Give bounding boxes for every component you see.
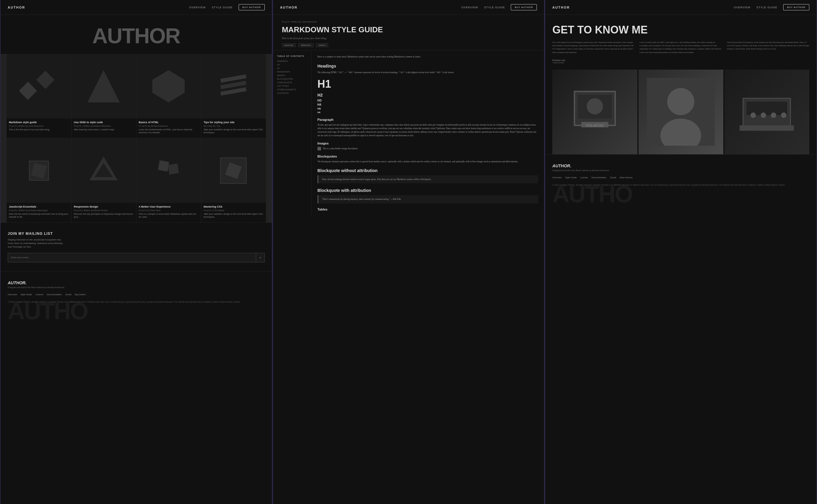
toc-item-5[interactable]: BLOCKQUOTES [277,78,307,80]
toc-item-3[interactable]: PARAGRAPH [277,71,307,73]
nav-styleguide-2[interactable]: STYLE GUIDE [484,6,505,9]
blog-card-2[interactable]: Basics of HTML Fri Jul 01 by Michael And… [136,54,201,138]
toc-item-2[interactable]: H3 [277,67,307,69]
svg-text:POLAROID: POLAROID [586,124,603,127]
headings-desc: The following HTML "<h1>" — "<h6>" eleme… [318,71,538,74]
footer-desc-1: Designed and built in the Åland Islands … [8,286,265,288]
bq-no-attr-title: Blockquote without attribution [318,168,538,173]
footer-link-0[interactable]: Overview [8,293,17,296]
nav-overview-2[interactable]: OVERVIEW [462,6,478,9]
toc-item-9[interactable]: FOOTNOTE [277,92,307,94]
email-input-1[interactable] [8,254,256,261]
screen-about: AUTHOR OVERVIEW STYLE GUIDE BUY AUTHOR G… [544,0,817,504]
h2-example: H2 [318,93,538,97]
card-title-7: Mastering CSS [201,205,266,209]
svg-rect-11 [158,160,169,171]
navbar-3: AUTHOR OVERVIEW STYLE GUIDE BUY AUTHOR [545,0,816,15]
card-meta-6: Fri jul 01 by Paulo Silva [136,209,201,213]
navbar-1: AUTHOR OVERVIEW STYLE GUIDE BUY AUTHOR [1,0,272,15]
footer-brand-3: AUTHOR. [552,163,809,168]
svg-point-21 [667,88,695,115]
tag-2[interactable]: tailwind [316,43,328,47]
footer-link-4[interactable]: Social [65,293,71,296]
toc-sidebar: TABLE OF CONTENTS HEADINGS H2 H3 PARAGRA… [273,50,312,218]
footer-link-3-4[interactable]: Social [610,176,616,179]
blockquote-no-attr: Tiam, ad mint andaegu denstae ination se… [318,175,538,183]
tables-title: Tables [318,208,538,211]
footer-link-3-0[interactable]: Overview [552,176,561,179]
toc-item-1[interactable]: H2 [277,64,307,66]
images-text: This is a placeholder image description. [318,147,538,150]
nav-styleguide-1[interactable]: STYLE GUIDE [212,6,233,9]
card-meta-4: Fri jul 01 | Written by Nicholas Washing… [7,209,71,213]
toc-title: TABLE OF CONTENTS [277,55,307,57]
nav-brand-2: AUTHOR [280,6,298,9]
bq-with-attr-title: Blockquote with attribution [318,188,538,193]
card-thumb-0 [7,54,71,118]
nav-styleguide-3[interactable]: STYLE GUIDE [757,6,778,9]
blog-card-7[interactable]: Mastering CSS Fri jul 01 | CSS Master Ta… [201,138,266,222]
svg-rect-1 [36,70,55,89]
footer-link-3-2[interactable]: License [580,176,588,179]
footer-link-3[interactable]: Documentation [47,293,62,296]
nav-overview-3[interactable]: OVERVIEW [734,6,750,9]
nav-brand-1: AUTHOR [8,6,25,9]
blog-card-3[interactable]: Tips for styling your site Mon May 09 | … [201,54,266,138]
email-submit-1[interactable]: › [256,253,265,262]
blog-card-6[interactable]: A Better User Experience Fri jul 01 by P… [136,138,201,222]
footer-link-5[interactable]: Buy Author [75,293,86,296]
blog-card-0[interactable]: Markdown style guide Fri jul 01 | Writte… [7,54,71,138]
toc-item-4[interactable]: IMAGES [277,74,307,76]
nav-links-2: OVERVIEW STYLE GUIDE BUY AUTHOR [462,4,537,10]
blog-card-1[interactable]: Use Shiki to style code Fri jul 01 | Wri… [71,54,136,138]
article-subtitle: This is the first post of my new Astro b… [282,37,535,40]
article-layout: TABLE OF CONTENTS HEADINGS H2 H3 PARAGRA… [273,50,544,218]
footer-watermark-1: AUTHO [8,301,265,322]
article-title: MARKDOWN STYLE GUIDE [282,25,535,34]
svg-point-26 [751,113,756,118]
card-meta-3: Mon May 09 | Top [201,125,266,128]
mailing-title-1: JOIN MY MAILING LIST [8,232,265,236]
article-intro: Here is a sample of some basic Markdown … [318,55,538,59]
svg-rect-0 [20,82,37,100]
footer-1: AUTHOR. Designed and built in the Åland … [1,271,272,328]
navbar-2: AUTHOR OVERVIEW STYLE GUIDE BUY AUTHOR [273,0,544,15]
about-cols: I'm a self taught Front-end Designer, pr… [552,41,809,54]
footer-link-3-5[interactable]: More themes [620,176,633,179]
breadcrumb: Fri jul 01 / Written by: Josie Beaumont [282,21,535,23]
card-title-4: JavaScript Essentials [7,205,71,209]
card-thumb-5 [71,138,136,203]
photo-portrait [639,70,723,154]
h1-example: H1 [318,78,538,90]
tag-1[interactable]: tailwindcss [298,43,314,47]
footer-link-2[interactable]: License [36,293,43,296]
footer-link-1[interactable]: Style Guide [20,293,32,296]
footer-link-3-3[interactable]: Documentation [591,176,606,179]
svg-point-28 [771,113,776,118]
card-thumb-2 [136,54,201,118]
nav-cta-2[interactable]: BUY AUTHOR [511,4,537,10]
nav-links-1: OVERVIEW STYLE GUIDE BUY AUTHOR [189,4,265,10]
h3-example: H3 [318,99,538,102]
tag-0[interactable]: javascript [282,43,296,47]
toc-item-6[interactable]: CODE BLOCKS [277,81,307,84]
h5-example: H5 [318,107,538,110]
photo-polaroid: POLAROID [552,70,637,154]
mailing-desc-1: Staying informed on the JavaScript ecosy… [8,238,67,249]
blog-card-4[interactable]: JavaScript Essentials Fri jul 01 | Writt… [7,138,71,222]
card-thumb-3 [201,54,266,118]
about-col-0: I'm a self taught Front-end Designer, pr… [552,41,635,54]
blog-card-5[interactable]: Responsive design Fri jul 01 | Written b… [71,138,136,222]
nav-cta-3[interactable]: BUY AUTHOR [783,4,809,10]
svg-rect-12 [168,163,179,174]
nav-brand-3: AUTHOR [552,6,570,9]
card-excerpt-1: After learning some Astro, I couldn't st… [71,128,136,131]
nav-cta-1[interactable]: BUY AUTHOR [239,4,265,10]
nav-overview-1[interactable]: OVERVIEW [189,6,206,9]
toc-item-7[interactable]: LIST TYPES [277,85,307,87]
toc-item-0[interactable]: HEADINGS [277,60,307,62]
card-meta-5: Fri jul 01 | Written by Manuel Pereira [71,209,136,213]
about-col-2: I had the privilege of having my work fe… [727,41,809,54]
toc-item-8[interactable]: OTHER ELEMENTS [277,89,307,91]
footer-link-3-1[interactable]: Style Guide [565,176,577,179]
